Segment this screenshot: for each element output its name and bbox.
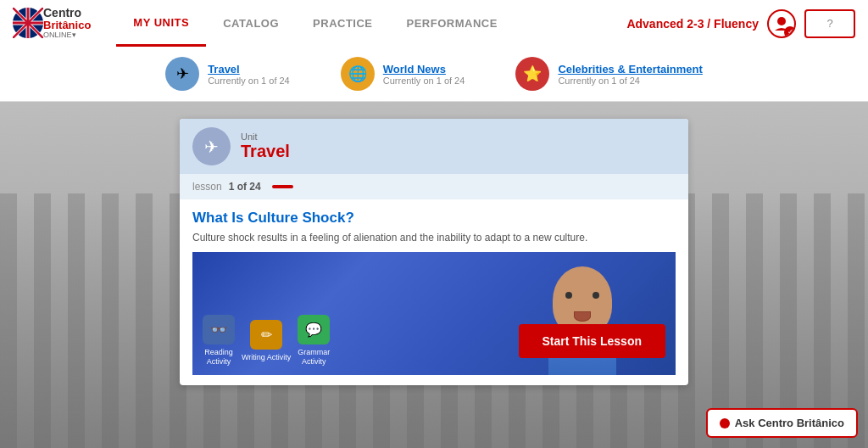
ask-button-label: Ask Centro Britânico (735, 417, 844, 429)
world-news-title: World News (383, 63, 465, 76)
lesson-image-area: 👓 ReadingActivity ✏ Writing Activity 💬 G… (192, 252, 676, 375)
lesson-actions: 👓 ReadingActivity ✏ Writing Activity 💬 G… (192, 306, 676, 375)
celebrities-text: Celebrities & Entertainment Currently on… (558, 63, 703, 86)
sub-nav-world-news[interactable]: 🌐 World News Currently on 1 of 24 (341, 57, 465, 91)
sub-nav-celebrities[interactable]: ⭐ Celebrities & Entertainment Currently … (515, 57, 703, 91)
ask-button[interactable]: Ask Centro Britânico (706, 408, 858, 438)
help-button[interactable]: ? (804, 9, 855, 38)
world-news-icon: 🌐 (341, 57, 375, 91)
header: Centro Britânico ONLINE▾ MY UNITS CATALO… (0, 0, 868, 47)
writing-activity-label: Writing Activity (242, 353, 291, 362)
lesson-progress-indicator (272, 185, 293, 188)
reading-activity-icon: 👓 (203, 315, 235, 344)
unit-label: Unit (241, 132, 290, 142)
content-card: ✈ Unit Travel lesson 1 of 24 What Is Cul… (180, 119, 688, 385)
start-lesson-button[interactable]: Start This Lesson (519, 324, 665, 358)
celebrities-icon: ⭐ (515, 57, 549, 91)
nav-item-catalog[interactable]: CATALOG (206, 0, 296, 47)
logo-flag (13, 8, 43, 38)
logo-line3: ONLINE▾ (43, 31, 91, 40)
lesson-description: Culture shock results in a feeling of al… (192, 232, 676, 244)
sub-nav: ✈ Travel Currently on 1 of 24 🌐 World Ne… (0, 47, 868, 102)
nav-item-my-units[interactable]: MY UNITS (116, 0, 206, 47)
question-mark-icon: ? (826, 17, 832, 30)
grammar-activity-label: GrammarActivity (298, 348, 330, 367)
grammar-activity-button[interactable]: 💬 GrammarActivity (298, 315, 330, 367)
unit-info: Unit Travel (241, 132, 290, 161)
world-news-progress: Currently on 1 of 24 (383, 76, 465, 86)
sub-nav-travel[interactable]: ✈ Travel Currently on 1 of 24 (165, 57, 290, 91)
unit-icon: ✈ (192, 127, 231, 165)
reading-activity-button[interactable]: 👓 ReadingActivity (203, 315, 235, 367)
logo-line2: Britânico (43, 20, 91, 31)
svg-point-9 (777, 17, 786, 25)
travel-text: Travel Currently on 1 of 24 (208, 63, 290, 86)
nav-item-performance[interactable]: PERFORMANCE (390, 0, 515, 47)
reading-activity-label: ReadingActivity (204, 348, 233, 367)
avatar[interactable]: ✓ (767, 9, 796, 38)
unit-name: Travel (241, 142, 290, 161)
main-nav: MY UNITS CATALOG PRACTICE PERFORMANCE (116, 0, 626, 47)
celebrities-title: Celebrities & Entertainment (558, 63, 703, 76)
logo-text: Centro Britânico ONLINE▾ (43, 7, 91, 41)
travel-progress: Currently on 1 of 24 (208, 76, 290, 86)
child-eye-left (565, 292, 572, 299)
unit-header: ✈ Unit Travel (180, 119, 688, 174)
lesson-content: What Is Culture Shock? Culture shock res… (180, 199, 688, 385)
level-badge: Advanced 2-3 / Fluency (626, 17, 759, 31)
logo: Centro Britânico ONLINE▾ (13, 7, 91, 41)
celebrities-progress: Currently on 1 of 24 (558, 76, 703, 86)
lesson-title: What Is Culture Shock? (192, 210, 676, 227)
avatar-check: ✓ (784, 26, 796, 38)
world-news-text: World News Currently on 1 of 24 (383, 63, 465, 86)
main-content: ✈ Unit Travel lesson 1 of 24 What Is Cul… (0, 102, 868, 402)
travel-title: Travel (208, 63, 290, 76)
nav-item-practice[interactable]: PRACTICE (296, 0, 389, 47)
grammar-activity-icon: 💬 (298, 315, 330, 344)
lesson-bar: lesson 1 of 24 (180, 174, 688, 199)
lesson-progress: 1 of 24 (229, 181, 261, 193)
header-right: Advanced 2-3 / Fluency ✓ ? (626, 9, 855, 38)
child-eye-right (593, 292, 599, 299)
chat-icon (720, 418, 730, 428)
logo-line1: Centro (43, 7, 91, 20)
writing-activity-button[interactable]: ✏ Writing Activity (242, 320, 291, 362)
lesson-label: lesson (192, 181, 222, 193)
travel-icon: ✈ (165, 57, 199, 91)
writing-activity-icon: ✏ (250, 320, 282, 350)
